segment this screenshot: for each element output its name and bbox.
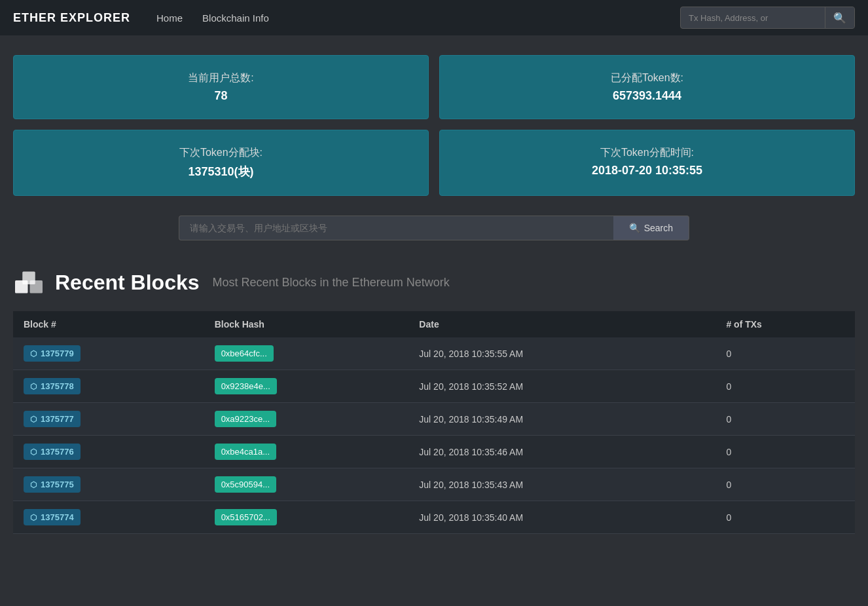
cube-icon: ⬡ [30, 349, 37, 358]
nav-links: Home Blockchain Info [156, 12, 680, 24]
brand-logo: ETHER EXPLORER [13, 11, 130, 25]
cell-block-num: ⬡ 1375774 [13, 501, 204, 534]
main-search-button-label: Search [644, 223, 673, 233]
col-txs: # of TXs [715, 311, 855, 337]
stat-label-next-block: 下次Token分配块: [27, 146, 415, 160]
cube-icon: ⬡ [30, 415, 37, 424]
table-row: ⬡ 1375779 0xbe64cfc... Jul 20, 2018 10:3… [13, 337, 855, 370]
cell-hash: 0xbe4ca1a... [204, 436, 409, 468]
stat-value-next-time: 2018-07-20 10:35:55 [453, 164, 841, 178]
section-header: Recent Blocks Most Recent Blocks in the … [13, 267, 855, 298]
block-badge[interactable]: ⬡ 1375776 [24, 444, 81, 460]
cell-block-num: ⬡ 1375775 [13, 468, 204, 501]
search-icon: 🔍 [629, 223, 640, 233]
block-badge[interactable]: ⬡ 1375778 [24, 378, 81, 394]
hash-badge[interactable]: 0xbe64cfc... [215, 345, 274, 362]
stat-card-next-block: 下次Token分配块: 1375310(块) [13, 130, 429, 196]
stat-label-users: 当前用户总数: [27, 71, 415, 85]
block-badge[interactable]: ⬡ 1375775 [24, 476, 81, 493]
cell-date: Jul 20, 2018 10:35:46 AM [408, 436, 715, 468]
stat-label-tokens: 已分配Token数: [453, 71, 841, 85]
cube-icon: ⬡ [30, 447, 37, 457]
main-search-section: 🔍 Search [13, 216, 855, 240]
cell-date: Jul 20, 2018 10:35:40 AM [408, 501, 715, 534]
table-header: Block # Block Hash Date # of TXs [13, 311, 855, 337]
stat-value-users: 78 [27, 89, 415, 103]
cube-icon: ⬡ [30, 513, 37, 522]
hash-badge[interactable]: 0x5c90594... [215, 476, 276, 493]
hash-badge[interactable]: 0x9238e4e... [215, 378, 277, 394]
main-search-button[interactable]: 🔍 Search [613, 216, 689, 240]
cell-date: Jul 20, 2018 10:35:55 AM [408, 337, 715, 370]
block-number: 1375778 [41, 381, 74, 391]
navbar-search-input[interactable] [681, 13, 825, 23]
table-row: ⬡ 1375776 0xbe4ca1a... Jul 20, 2018 10:3… [13, 436, 855, 468]
svg-rect-2 [22, 272, 35, 285]
cube-icon: ⬡ [30, 382, 37, 391]
blocks-table: Block # Block Hash Date # of TXs ⬡ 13757… [13, 311, 855, 534]
hash-badge[interactable]: 0x5165702... [215, 509, 277, 525]
cell-hash: 0x5165702... [204, 501, 409, 534]
block-badge[interactable]: ⬡ 1375779 [24, 345, 81, 362]
table-row: ⬡ 1375774 0x5165702... Jul 20, 2018 10:3… [13, 501, 855, 534]
cell-block-num: ⬡ 1375776 [13, 436, 204, 468]
table-row: ⬡ 1375775 0x5c90594... Jul 20, 2018 10:3… [13, 468, 855, 501]
stat-card-users: 当前用户总数: 78 [13, 55, 429, 119]
block-number: 1375776 [41, 447, 74, 457]
block-number: 1375779 [41, 349, 74, 358]
cell-date: Jul 20, 2018 10:35:49 AM [408, 403, 715, 436]
table-row: ⬡ 1375778 0x9238e4e... Jul 20, 2018 10:3… [13, 370, 855, 403]
col-block-num: Block # [13, 311, 204, 337]
cell-txs: 0 [715, 468, 855, 501]
cell-block-num: ⬡ 1375779 [13, 337, 204, 370]
navbar-search-button[interactable]: 🔍 [825, 7, 854, 28]
cell-txs: 0 [715, 403, 855, 436]
cube-icon: ⬡ [30, 480, 37, 489]
cell-txs: 0 [715, 436, 855, 468]
main-search-bar: 🔍 Search [179, 216, 689, 240]
table-row: ⬡ 1375777 0xa9223ce... Jul 20, 2018 10:3… [13, 403, 855, 436]
blocks-tbody: ⬡ 1375779 0xbe64cfc... Jul 20, 2018 10:3… [13, 337, 855, 534]
cell-txs: 0 [715, 370, 855, 403]
col-date: Date [408, 311, 715, 337]
hash-badge[interactable]: 0xa9223ce... [215, 411, 276, 427]
nav-home-link[interactable]: Home [156, 12, 183, 24]
col-block-hash: Block Hash [204, 311, 409, 337]
section-subtitle: Most Recent Blocks in the Ethereum Netwo… [213, 276, 450, 290]
cell-txs: 0 [715, 501, 855, 534]
section-title: Recent Blocks [55, 271, 200, 295]
cell-block-num: ⬡ 1375777 [13, 403, 204, 436]
cell-date: Jul 20, 2018 10:35:43 AM [408, 468, 715, 501]
cell-hash: 0x9238e4e... [204, 370, 409, 403]
cell-hash: 0x5c90594... [204, 468, 409, 501]
block-number: 1375777 [41, 414, 74, 424]
navbar: ETHER EXPLORER Home Blockchain Info 🔍 [0, 0, 868, 35]
cell-block-num: ⬡ 1375778 [13, 370, 204, 403]
block-badge[interactable]: ⬡ 1375777 [24, 411, 81, 427]
stat-label-next-time: 下次Token分配时间: [453, 146, 841, 160]
stat-card-next-time: 下次Token分配时间: 2018-07-20 10:35:55 [439, 130, 855, 196]
main-content: 当前用户总数: 78 已分配Token数: 657393.1444 下次Toke… [0, 35, 868, 554]
cell-hash: 0xa9223ce... [204, 403, 409, 436]
block-badge[interactable]: ⬡ 1375774 [24, 509, 81, 525]
nav-blockchain-link[interactable]: Blockchain Info [202, 12, 269, 24]
main-search-input[interactable] [179, 216, 613, 240]
stats-grid: 当前用户总数: 78 已分配Token数: 657393.1444 下次Toke… [13, 55, 855, 196]
stat-value-next-block: 1375310(块) [27, 164, 415, 180]
stat-value-tokens: 657393.1444 [453, 89, 841, 103]
cell-date: Jul 20, 2018 10:35:52 AM [408, 370, 715, 403]
block-number: 1375774 [41, 512, 74, 522]
hash-badge[interactable]: 0xbe4ca1a... [215, 444, 276, 460]
navbar-search: 🔍 [680, 7, 855, 29]
cell-txs: 0 [715, 337, 855, 370]
block-number: 1375775 [41, 480, 74, 489]
blocks-icon [13, 267, 45, 298]
stat-card-tokens: 已分配Token数: 657393.1444 [439, 55, 855, 119]
cell-hash: 0xbe64cfc... [204, 337, 409, 370]
